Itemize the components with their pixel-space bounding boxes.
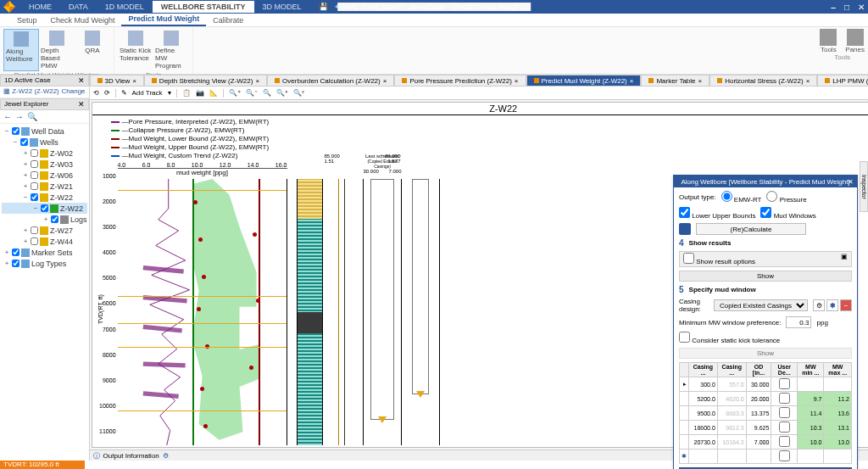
inspector-tab[interactable]: Inspector [860, 161, 868, 212]
table-row[interactable]: 18600.09812.39.62510.313.1 [680, 421, 852, 435]
nav-fwd-icon[interactable]: ⟳ [104, 89, 110, 97]
lithology-track [298, 179, 323, 445]
recalculate-button[interactable]: (Re)Calculate [696, 223, 806, 235]
tree-node[interactable]: +Z-W06 [2, 170, 87, 181]
casing-box [412, 179, 429, 394]
expand-icon[interactable]: ▣ [841, 253, 848, 265]
subtab-setup[interactable]: Setup [10, 14, 44, 26]
check-kick[interactable]: Consider static kick tolerance [679, 332, 780, 344]
depth-tick: 10000 [99, 403, 115, 409]
tab-3d-model[interactable]: 3D MODEL [254, 1, 310, 13]
doc-tab[interactable]: Predict Mud Weight (Z-W22)× [526, 75, 642, 87]
tree-node[interactable]: +Log Types [2, 258, 87, 269]
check-lub[interactable]: Lower Upper Bounds [679, 207, 755, 220]
table-row[interactable]: ▸300.0557.030.000 [680, 377, 852, 392]
explorer-close-icon[interactable]: ✕ [78, 100, 85, 109]
btn-depth-based-pmw[interactable]: Depth Based PMW [39, 29, 75, 71]
add-track-button[interactable]: Add Track [132, 89, 163, 97]
tab-data[interactable]: DATA [60, 1, 97, 13]
depth-tick: 2000 [103, 198, 116, 204]
doc-tab[interactable]: 3D View× [90, 75, 144, 87]
zoom-tool-icon[interactable]: 🔍ʸ [293, 89, 304, 97]
nav-back-icon[interactable]: ⟲ [93, 89, 99, 97]
casing-table[interactable]: Casing ...Casing ...OD [in...User De...M… [679, 362, 852, 464]
save-icon[interactable]: 💾 [319, 3, 328, 11]
tree-node[interactable]: +Marker Sets [2, 247, 87, 258]
doc-tab[interactable]: Overburden Calculation (Z-W22)× [267, 75, 394, 87]
check-mw-windows[interactable]: Mud Windows [760, 207, 815, 220]
active-case-close-icon[interactable]: ✕ [78, 76, 85, 85]
search-icon[interactable]: 🔍 [27, 112, 37, 121]
show-button-1[interactable]: Show [679, 271, 852, 282]
tree-node[interactable]: +Z-W02 [2, 148, 87, 159]
zoom-tool-icon[interactable]: 🔍⁻ [246, 89, 258, 97]
btn-qra[interactable]: QRA [75, 29, 110, 71]
nav-fwd-icon[interactable]: → [15, 112, 24, 121]
tab-wellbore-stability[interactable]: WELLBORE STABILITY [153, 1, 254, 13]
subtab-calibrate[interactable]: Calibrate [206, 14, 250, 26]
lock-icon[interactable] [679, 223, 691, 235]
explorer-tree[interactable]: −Well Data−Wells+Z-W02+Z-W03+Z-W06+Z-W21… [0, 124, 89, 461]
btn-along-wellbore[interactable]: Along Wellbore [3, 29, 39, 71]
subtab-check-mud-weight[interactable]: Check Mud Weight [44, 14, 122, 26]
mw-tick: 14.0 [248, 162, 259, 168]
btn-tools[interactable]: Tools [820, 29, 837, 53]
data-point [203, 424, 208, 428]
panel-title: Along Wellbore [Wellbore Stability - Pre… [681, 178, 849, 186]
tree-node[interactable]: +Z-W03 [2, 159, 87, 170]
panel-header[interactable]: Along Wellbore [Wellbore Stability - Pre… [674, 176, 857, 187]
doc-tab[interactable]: LHP PMW (Z-W22)× [817, 75, 868, 87]
change-link[interactable]: Change [62, 87, 86, 97]
add-icon[interactable]: ✱ [826, 299, 838, 311]
chart-title: Z-W22 [92, 103, 868, 115]
close-button[interactable]: ✕ [858, 3, 865, 12]
delete-icon[interactable]: − [840, 299, 852, 311]
tree-node[interactable]: +Logs [2, 214, 87, 225]
table-row[interactable]: 5200.04620.020.0009.711.2 [680, 392, 852, 406]
maximize-button[interactable]: □ [844, 3, 849, 12]
step5-title: Specify mud window [689, 286, 756, 293]
table-row[interactable]: 9500.08683.313.37511.413.6 [680, 406, 852, 421]
gear-icon[interactable]: ⚙ [813, 299, 825, 311]
active-case-row[interactable]: ▦ Z-W22 (Z-W22) Change [0, 87, 89, 98]
tab-1d-model[interactable]: 1D MODEL [97, 1, 153, 13]
track1-header: 4.06.08.010.012.014.016.0 mud weight [pp… [118, 162, 287, 176]
doc-tab[interactable]: Marker Table× [641, 75, 709, 87]
min-pref-input[interactable] [786, 316, 811, 328]
nav-back-icon[interactable]: ← [3, 112, 12, 121]
zoom-tool-icon[interactable]: 🔍 [263, 89, 271, 97]
radio-emw[interactable]: EMW-RT [721, 191, 762, 204]
doc-tab[interactable]: Depth Stretching View (Z-W22)× [144, 75, 267, 87]
toolbar-icon[interactable]: 📋 [182, 89, 191, 97]
tree-node[interactable]: +Z-W44 [2, 236, 87, 247]
table-row[interactable]: 20730.010184.37.00010.013.0 [680, 435, 852, 449]
spacer-track [287, 179, 298, 445]
doc-tab[interactable]: Horizontal Stress (Z-W22)× [709, 75, 817, 87]
casing-design-select[interactable]: Copied Existed Casings [714, 299, 808, 311]
zoom-tool-icon[interactable]: 🔍ˣ [276, 89, 288, 97]
panel-close-icon[interactable]: ✕ [848, 178, 854, 186]
radio-pressure[interactable]: Pressure [766, 191, 806, 204]
tree-node[interactable]: +Z-W21 [2, 181, 87, 192]
tab-home[interactable]: HOME [20, 1, 60, 13]
minimize-button[interactable]: ‒ [831, 3, 836, 12]
zoom-tool-icon[interactable]: 🔍⁺ [229, 89, 241, 97]
toolbar-icon[interactable]: 📐 [209, 89, 218, 97]
doc-tab[interactable]: Pore Pressure Prediction (Z-W22)× [394, 75, 526, 87]
tree-node[interactable]: −Well Data [2, 126, 87, 137]
info-icon[interactable]: ⓘ [93, 451, 100, 461]
show-result-options[interactable]: Show result options ▣ [679, 251, 852, 267]
table-new-row[interactable]: ✱ [680, 449, 852, 464]
btn-static-kick[interactable]: Static Kick Tolerance [118, 29, 153, 71]
btn-panes[interactable]: Panes [845, 29, 865, 53]
subtab-predict-mud-weight[interactable]: Predict Mud Weight [121, 13, 206, 26]
output-settings-icon[interactable]: ⚙ [163, 452, 169, 460]
toolbar-icon[interactable]: 📷 [196, 89, 204, 97]
tree-node[interactable]: −Wells [2, 137, 87, 148]
tree-node[interactable]: −Z-W22 [2, 203, 87, 214]
tree-node[interactable]: −Z-W22 [2, 192, 87, 203]
btn-define-mw[interactable]: Define MW Program [153, 29, 189, 71]
tree-node[interactable]: +Z-W27 [2, 225, 87, 236]
mw-tick: 8.0 [167, 162, 175, 168]
titlebar: HOME DATA 1D MODEL WELLBORE STABILITY 3D… [0, 0, 868, 14]
